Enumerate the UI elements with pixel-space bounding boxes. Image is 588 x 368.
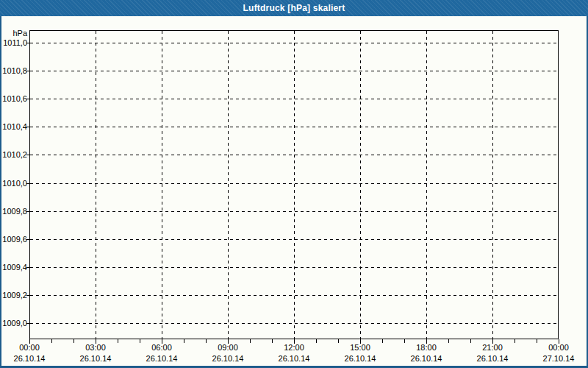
x-tick-date-label: 26.10.14 [469, 354, 516, 363]
v-gridline [360, 31, 361, 339]
v-gridline [162, 31, 162, 339]
y-tick-label: 1009,6 [0, 235, 27, 244]
x-tick-date-label: 26.10.14 [6, 354, 53, 363]
x-axis-minor-tick [51, 339, 52, 343]
v-gridline [294, 31, 295, 339]
y-tick-label: 1010,2 [0, 150, 27, 159]
x-tick-time-label: 06:00 [140, 343, 184, 352]
y-tick-label: 1010,8 [0, 66, 27, 75]
x-tick-time-label: 03:00 [74, 343, 118, 352]
x-axis-minor-tick [448, 339, 449, 343]
x-axis-minor-tick [316, 339, 317, 343]
x-tick-time-label: 00:00 [7, 343, 51, 352]
x-tick-time-label: 09:00 [206, 343, 250, 352]
y-tick-label: 1009,8 [0, 207, 27, 216]
y-tick-label: 1010,0 [0, 179, 27, 188]
x-axis-minor-tick [382, 339, 383, 343]
x-tick-time-label: 15:00 [338, 343, 382, 352]
y-tick-label: 1009,0 [0, 319, 27, 328]
y-tick-label: 1011,0 [0, 38, 27, 47]
v-gridline [96, 31, 96, 339]
x-tick-time-label: 18:00 [404, 343, 448, 352]
v-gridline [228, 31, 229, 339]
y-tick-label: 1009,4 [0, 263, 27, 272]
x-tick-date-label: 26.10.14 [72, 354, 119, 363]
x-tick-date-label: 26.10.14 [138, 354, 185, 363]
x-tick-time-label: 00:00 [537, 343, 581, 352]
x-tick-date-label: 26.10.14 [403, 354, 450, 363]
y-tick-label: 1010,6 [0, 94, 27, 103]
x-axis-minor-tick [184, 339, 184, 343]
x-tick-time-label: 12:00 [272, 343, 316, 352]
title-bar[interactable]: Luftdruck [hPa] skaliert [0, 0, 588, 16]
x-tick-date-label: 26.10.14 [270, 354, 318, 363]
x-tick-date-label: 26.10.14 [204, 354, 251, 363]
chart-window: Luftdruck [hPa] skaliert hPa 1011,01010,… [0, 0, 588, 368]
y-tick-label: 1009,2 [0, 291, 27, 300]
v-gridline [426, 31, 427, 339]
y-tick-label: 1010,4 [0, 122, 27, 131]
x-tick-date-label: 26.10.14 [337, 354, 384, 363]
window-title: Luftdruck [hPa] skaliert [243, 3, 345, 13]
x-tick-time-label: 21:00 [470, 343, 514, 352]
y-axis-unit-label: hPa [0, 29, 27, 38]
x-axis-minor-tick [514, 339, 515, 343]
x-tick-date-label: 27.10.14 [535, 354, 582, 363]
x-axis-minor-tick [118, 339, 118, 343]
v-gridline [492, 31, 493, 339]
x-axis-minor-tick [250, 339, 251, 343]
